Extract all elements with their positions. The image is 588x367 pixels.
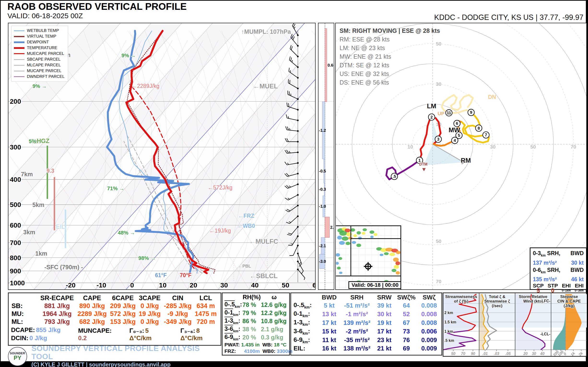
svg-text:0.6: 0.6 (328, 63, 333, 67)
srh-bwd-inset: 0-3km SRH,BWD137 m²/s²30 kt0-6km SRH,BWD… (530, 248, 587, 290)
svg-text:400: 400 (10, 176, 21, 183)
legend-swatch (14, 59, 25, 60)
svg-text:48% →: 48% → (118, 230, 135, 236)
svg-text:.03: .03 (494, 352, 499, 356)
svg-text:11: 11 (447, 111, 451, 115)
svg-text:5: 5 (458, 133, 460, 138)
mini-panel-zeta: Total ζ &Streamwise ζ(/sec).01.03.05 (479, 293, 515, 356)
sounderpy-logo: SOUNDER PY (8, 347, 27, 366)
svg-text:20: 20 (523, 352, 527, 356)
svg-text:Streamwiseness: Streamwiseness (445, 294, 477, 299)
station-info: KDDC - DODGE CITY, KS US | 37.77, -99.97 (434, 13, 583, 22)
svg-text:←PBL: ←PBL (238, 264, 251, 268)
svg-text:30: 30 (436, 81, 441, 87)
svg-text:0: 0 (130, 282, 134, 289)
svg-text:LM: NE @ 23 kts: LM: NE @ 23 kts (340, 45, 385, 51)
svg-text:20: 20 (190, 282, 197, 289)
svg-text:↑MUMPL: 107hPa: ↑MUMPL: 107hPa (241, 28, 291, 35)
svg-text:90: 90 (471, 352, 475, 356)
svg-text:50: 50 (436, 41, 441, 46)
svg-text:.5 km: .5 km (444, 339, 454, 342)
svg-text:(/sec): (/sec) (492, 303, 502, 308)
svg-text:←MUEL: ←MUEL (253, 83, 278, 90)
mini-panel-srw: Storm RelativeWind (kts)-LFC--LCL-203040 (515, 293, 551, 356)
svg-text:500: 500 (10, 201, 21, 209)
rh-omega-box: RH(%)ω0-.5km:78 %12.6 g/kg0-1km:79 %12.2… (222, 292, 290, 356)
omega-chart: 0.6-1.2-0.5-0.3-1.02.5-2.1-3.0 (319, 23, 334, 289)
svg-text:10: 10 (159, 282, 166, 289)
svg-text:DN: DN (488, 94, 496, 100)
svg-text:Streamwise ζ: Streamwise ζ (484, 299, 510, 303)
legend-swatch (14, 65, 25, 66)
svg-text:98% →: 98% → (138, 255, 156, 261)
svg-text:30: 30 (220, 282, 228, 289)
thermo-stats-box: SR-ECAPECAPE6CAPE3CAPECINLCLSB:881 J/kg8… (8, 292, 221, 346)
svg-text:70: 70 (436, 279, 441, 284)
svg-text:7: 7 (485, 133, 487, 137)
svg-text:1 km: 1 km (444, 329, 453, 334)
legend-swatch (14, 53, 25, 54)
legend-item: DEWPOINT (14, 39, 64, 45)
legend-item: VIRTUAL TEMP (14, 33, 64, 39)
legend-item: SBCAPE PARCEL (14, 57, 64, 62)
page-title: RAOB OBSERVED VERTICAL PROFILE (8, 1, 187, 12)
skewt-panel: WETBULB TEMPVIRTUAL TEMPDEWPOINTTEMPERAT… (8, 23, 316, 290)
mini-panel-streamwise: Streamwisenessof ζ (%)2 km1.5 km1 km.5 k… (443, 293, 479, 356)
svg-text:MW: MW (449, 126, 460, 134)
svg-text:300: 300 (10, 143, 21, 151)
svg-text:DTM: DTM (419, 162, 428, 166)
svg-text:-1.0: -1.0 (319, 204, 326, 209)
logo-text-main: PY (14, 355, 21, 361)
svg-text:-LCL-: -LCL- (540, 332, 550, 336)
svg-text:50: 50 (530, 144, 536, 150)
svg-text:1000: 1000 (10, 279, 25, 287)
app-frame: RAOB OBSERVED VERTICAL PROFILE VALID: 06… (0, 0, 588, 367)
svg-text:2k: 2k (578, 351, 584, 356)
svg-text:HGZ: HGZ (37, 138, 49, 144)
svg-text:70: 70 (461, 352, 465, 356)
legend-swatch (14, 76, 25, 77)
svg-text:70: 70 (571, 144, 576, 150)
svg-text:-0.5: -0.5 (319, 169, 326, 174)
svg-text:10: 10 (407, 144, 413, 150)
svg-text:of ζ (%): of ζ (%) (454, 299, 468, 303)
svg-text:600: 600 (10, 222, 21, 229)
svg-text:DS: ENE @ 56 kts: DS: ENE @ 56 kts (340, 79, 389, 86)
svg-text:Storm Relative: Storm Relative (519, 294, 547, 299)
svg-text:40: 40 (540, 352, 545, 356)
radar-image (336, 226, 401, 289)
svg-text:(J/kg): (J/kg) (563, 303, 574, 308)
svg-text:0: 0 (563, 352, 567, 356)
legend-swatch (14, 36, 25, 37)
svg-text:3km: 3km (23, 229, 35, 235)
svg-text:3: 3 (437, 137, 439, 142)
svg-text:-10: -10 (96, 282, 106, 289)
svg-text:Total ζ &: Total ζ & (489, 294, 505, 299)
skewt-legend: WETBULB TEMPVIRTUAL TEMPDEWPOINTTEMPERAT… (11, 26, 68, 82)
omega-strip: 0.6-1.2-0.5-0.3-1.02.5-2.1-3.0 (318, 23, 334, 290)
svg-text:←WB0: ←WB0 (237, 223, 255, 229)
svg-text:8: 8 (478, 126, 480, 131)
svg-text:40: 40 (251, 282, 259, 289)
svg-text:←FRZ: ←FRZ (238, 213, 254, 219)
svg-text:←572J/kg: ←572J/kg (208, 184, 233, 191)
legend-item: DWNDRFT PARCEL (14, 74, 64, 80)
svg-text:.5: .5 (393, 174, 396, 179)
legend-swatch (14, 42, 25, 43)
valid-time: VALID: 06-18-2025 00Z (8, 12, 83, 20)
svg-text:800: 800 (10, 254, 21, 262)
svg-text:30: 30 (490, 144, 495, 150)
svg-text:30: 30 (532, 352, 536, 356)
svg-text:2.5: 2.5 (330, 225, 334, 230)
legend-swatch (14, 30, 25, 31)
svg-text:UP: UP (438, 111, 445, 116)
svg-text:CIN & CAPE: CIN & CAPE (557, 299, 581, 303)
branding-line2: (C) KYLE J GILLETT | sounderpysoundings.… (31, 360, 221, 367)
legend-item: MLCAPE PARCEL (14, 62, 64, 68)
svg-text:61°F: 61°F (155, 272, 167, 278)
svg-text:50: 50 (451, 352, 455, 356)
mini-panels: Streamwisenessof ζ (%)2 km1.5 km1 km.5 k… (443, 292, 587, 357)
svg-text:Stepwise: Stepwise (560, 294, 578, 299)
svg-text:50: 50 (436, 238, 441, 244)
svg-text:70°F: 70°F (180, 272, 192, 278)
